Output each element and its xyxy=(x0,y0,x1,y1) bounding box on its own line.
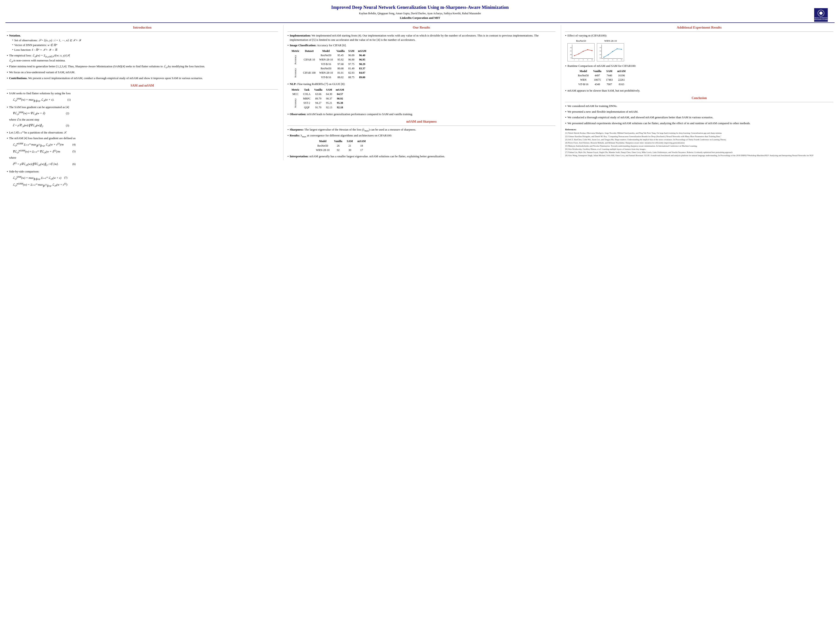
eq6-math: ε̂(i) = ρ∇ℒ𝒮ᵢ(w)/‖∇ℒ𝒮ᵢ(w)‖2, i ∈ [m]. xyxy=(13,161,59,167)
sst2-task: SST-2 xyxy=(301,101,312,105)
runtime-table: Model Vanilla SAM mSAM ResNet50 4497 744… xyxy=(576,69,628,87)
svg-text:4: 4 xyxy=(583,59,584,60)
table-row: WRN-28-10 92 30 17 xyxy=(314,148,368,152)
ref-6: [6] Alex Krizhevsky, Geoffrey Hinton, et… xyxy=(565,148,833,150)
conclusion-text-2: We presented a new and flexible implemen… xyxy=(567,110,638,114)
resnet50-svg: 79 80 81 82 1 2 4 8 16 xyxy=(568,44,594,61)
col-sam-sh: SAM xyxy=(345,139,355,144)
cola-task: COLA xyxy=(301,92,312,96)
column-3: Additional Experiment Results Effect of … xyxy=(561,25,835,157)
section-results-title: Our Results xyxy=(287,25,556,30)
results-impl: Implementation: We implemented mSAM star… xyxy=(287,33,556,42)
col-model-sh: Model xyxy=(314,139,332,144)
eq4-block: ℒ𝒮mSAM Σᵢ₌₁ᵐ max‖ε(i)‖₂≤ρ ℒ𝒮ᵢ(w + ε(i))/… xyxy=(13,142,76,147)
sharpness-table: Model Vanilla SAM mSAM ResNet50 26 21 xyxy=(314,139,368,152)
col-vanilla: Vanilla xyxy=(335,49,346,53)
eq1-block: ℒ𝒮SAM(w) = max‖ε‖₂≤ρ ℒ𝒮(w + ε). (1) xyxy=(13,97,71,103)
ref-1: [1] Nitish Shirish Keskar, Dheevatsa Mud… xyxy=(565,132,833,134)
eq3-block: ε̂ = ρ∇ℒ𝒮(w)/‖∇ℒ𝒮(w)‖2. (3) xyxy=(13,123,69,128)
section-intro-title: Introduction xyxy=(7,25,278,30)
resnet50-chart-title: ResNet50 xyxy=(567,39,595,43)
obs-label: Observation: xyxy=(290,112,306,116)
svg-point-34 xyxy=(612,51,613,52)
results-nlp: NLP: Fine-tuning RoBERTa [7] on GLUE [8]… xyxy=(287,82,556,111)
svg-text:82: 82 xyxy=(600,57,601,59)
cifar100-label: CIFAR 100 xyxy=(301,66,317,79)
col-msam: mSAM xyxy=(356,49,368,53)
eq2-math: ∇ℒ𝒮SAM(w) ≈ ∇ℒ𝒮(w + ε̂) xyxy=(13,111,45,116)
column-2: Our Results Implementation: We implement… xyxy=(283,25,557,160)
mcc-label: MCC xyxy=(290,92,302,96)
runtime-note: mSAM appears to be slower than SAM, but … xyxy=(567,88,640,93)
nlp-label: NLP: xyxy=(290,82,297,86)
paper-title: Improved Deep Neural Network Generalizat… xyxy=(5,4,835,11)
nlp-table: Metric Task Vanilla SAM mSAM MCC COLA xyxy=(290,88,346,110)
intro-rule xyxy=(7,32,278,32)
accuracy-label2: Accuracy xyxy=(290,66,302,79)
resnet50-chart-box: ResNet50 79 80 81 82 xyxy=(567,39,595,62)
svg-point-18 xyxy=(583,51,584,52)
val-96.09: 96.09 xyxy=(346,53,356,58)
effect-m-item: Effect of varying m (CIFAR100): ResNet50 xyxy=(565,33,833,63)
intro-list: Notation. Set of observations: 𝒮 = {(xᵢ,… xyxy=(7,33,278,81)
conclusion-item-2: We presented a new and flexible implemen… xyxy=(565,110,833,114)
intro-item-flatter: Flatter minima tend to generalize better… xyxy=(7,64,278,69)
results-imgclass: Image Classification: Accuracy for CIFAR… xyxy=(287,43,556,81)
conclusion-item-4: We presented additional experiments show… xyxy=(565,121,833,126)
col-vanilla-nlp: Vanilla xyxy=(313,88,324,92)
table-row: Accuracy CIFAR 10 ResNet50 95.45 96.09 9… xyxy=(290,53,368,58)
wrn-chart-box: WRN-28-10 82 83 84 85 1 xyxy=(597,39,624,62)
vitb16-rt: ViT-B/16 xyxy=(576,82,591,87)
col-model: Model xyxy=(317,49,335,53)
interp-label: Interpretation: xyxy=(290,155,309,158)
svg-text:79: 79 xyxy=(570,57,572,59)
col-dataset: Dataset xyxy=(301,49,317,53)
sam-item-gradient: The SAM loss gradient can be approximate… xyxy=(7,105,278,129)
wrn-chart: 82 83 84 85 1 2 4 8 16 xyxy=(597,43,624,62)
column-1: Introduction Notation. Set of observatio… xyxy=(5,25,279,190)
cifar-table: Metric Dataset Model Vanilla SAM mSAM Ac… xyxy=(290,49,368,80)
svg-text:4: 4 xyxy=(612,59,613,60)
svg-text:1: 1 xyxy=(603,59,604,60)
svg-point-17 xyxy=(578,54,579,54)
ref-7: [7] Yinhan Liu, Myle Ott, Naman Goyal, J… xyxy=(565,151,833,154)
wrn-sh: WRN-28-10 xyxy=(314,148,332,152)
table-row: Accuracy MRPC 89.79 90.37 90.92 xyxy=(290,96,346,101)
references-section: References: [1] Nitish Shirish Keskar, D… xyxy=(565,128,833,157)
sam-rule xyxy=(7,89,278,90)
runtime-note-item: mSAM appears to be slower than SAM, but … xyxy=(565,88,833,93)
runtime-item: Runtime Comparison of mSAM and SAM for C… xyxy=(565,64,833,87)
svg-text:16: 16 xyxy=(621,59,622,60)
svg-text:82: 82 xyxy=(570,46,572,48)
eq3-number: (3) xyxy=(66,124,69,128)
svg-text:8: 8 xyxy=(617,59,618,60)
notation-label: Notation. xyxy=(9,34,21,37)
eq5-number: (5) xyxy=(72,150,76,153)
conclusion-item-1: We considered mSAM for training DNNs. xyxy=(565,104,833,109)
interp-item: Interpretation: mSAM generally has a sma… xyxy=(287,154,556,159)
eq4-math: ℒ𝒮mSAM Σᵢ₌₁ᵐ max‖ε(i)‖₂≤ρ ℒ𝒮ᵢ(w + ε(i))/… xyxy=(13,142,64,147)
mrpc-task: MRPC xyxy=(301,96,312,101)
results-observation: Observation: mSAM leads to better genera… xyxy=(287,112,556,117)
svg-text:83: 83 xyxy=(600,54,601,55)
model-resnet50: ResNet50 xyxy=(317,53,335,58)
sam-item-sidecomp: Side-by-side comparison: ℒ𝒮SAM(w) = max‖… xyxy=(7,169,278,189)
svg-text:NEURAL INFORMATION: NEURAL INFORMATION xyxy=(815,17,827,19)
intro-item-contributions: Contributions. We present a novel implem… xyxy=(7,76,278,81)
sharpness-item: Sharpness: The largest eigenvalue of the… xyxy=(287,128,556,133)
col-metric-nlp: Metric xyxy=(290,88,302,92)
svg-text:80: 80 xyxy=(570,54,572,55)
cifar10-label: CIFAR 10 xyxy=(301,53,317,66)
resnet50-sh: ResNet50 xyxy=(314,144,332,148)
paper-affiliation: LinkedIn Corporation and MIT xyxy=(5,16,835,20)
ref-4: [4] Pierre Foret, Ariel Kleiner, Hossein… xyxy=(565,141,833,144)
svg-text:PROCESSING SYSTEMS: PROCESSING SYSTEMS xyxy=(815,19,828,20)
model-vitb16: ViT-B/16 xyxy=(317,62,335,66)
intro-item-msam: We focus on a less-understood variant of… xyxy=(7,70,278,75)
accuracy-label: Accuracy xyxy=(290,53,302,66)
svg-text:85: 85 xyxy=(600,46,601,48)
paper-header: Improved Deep Neural Network Generalizat… xyxy=(5,4,835,20)
msam-item-loss: The mSAM [4] loss function and gradient … xyxy=(7,136,278,168)
sharpness-label: Sharpness: xyxy=(290,128,304,131)
eq6-block: ε̂(i) = ρ∇ℒ𝒮ᵢ(w)/‖∇ℒ𝒮ᵢ(w)‖2, i ∈ [m]. (6… xyxy=(13,161,76,167)
